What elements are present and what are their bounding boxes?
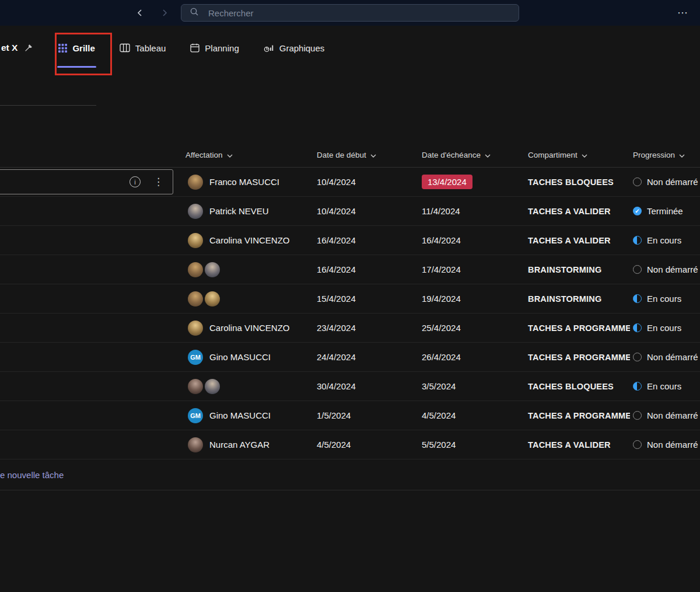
table-row[interactable]: Nurcan AYGAR 4/5/2024 5/5/2024 TACHES A … — [0, 430, 700, 459]
due-date-cell[interactable]: 5/5/2024 — [420, 430, 527, 459]
due-date-cell[interactable]: 3/5/2024 — [420, 372, 527, 401]
column-header-date-debut[interactable]: Date de début — [315, 143, 420, 167]
tab-grille[interactable]: Grille — [57, 26, 96, 70]
start-date-cell[interactable]: 23/4/2024 — [315, 314, 420, 342]
chevron-down-icon — [370, 151, 376, 159]
bucket-cell[interactable]: TACHES BLOQUEES — [527, 372, 630, 401]
assignee-name: Franco MASUCCI — [209, 177, 279, 187]
forward-button[interactable] — [156, 5, 173, 21]
bucket-cell[interactable]: TACHES A VALIDER — [527, 430, 630, 459]
task-title-cell[interactable] — [0, 430, 173, 459]
table-row[interactable]: Patrick NEVEU 10/4/2024 11/4/2024 TACHES… — [0, 197, 700, 226]
start-date: 10/4/2024 — [317, 177, 356, 187]
table-row[interactable]: 15/4/2024 19/4/2024 BRAINSTORMING En cou… — [0, 284, 700, 314]
assignment-cell[interactable]: Carolina VINCENZO — [173, 314, 315, 342]
progress-cell[interactable]: Non démarré — [630, 430, 700, 459]
start-date-cell[interactable]: 10/4/2024 — [315, 197, 420, 225]
bucket-cell[interactable]: TACHES A PROGRAMMER — [527, 401, 630, 430]
due-date-cell[interactable]: 11/4/2024 — [420, 197, 527, 225]
task-title-cell[interactable] — [0, 372, 173, 401]
tab-label: Planning — [205, 43, 239, 53]
table-row[interactable]: Carolina VINCENZO 23/4/2024 25/4/2024 TA… — [0, 314, 700, 343]
start-date-cell[interactable]: 16/4/2024 — [315, 255, 420, 284]
add-task-row[interactable]: e nouvelle tâche — [0, 459, 700, 490]
progress-cell[interactable]: En cours — [630, 372, 700, 401]
tab-tableau[interactable]: Tableau — [118, 26, 167, 70]
bucket-cell[interactable]: TACHES BLOQUEES — [527, 168, 630, 196]
progress-cell[interactable]: En cours — [630, 226, 700, 255]
bucket-cell[interactable]: BRAINSTORMING — [527, 284, 630, 313]
info-icon[interactable] — [130, 176, 141, 187]
due-date-cell[interactable]: 19/4/2024 — [420, 284, 527, 313]
due-date-cell[interactable]: 26/4/2024 — [420, 343, 527, 371]
tab-planning[interactable]: Planning — [189, 26, 240, 70]
assignment-cell[interactable]: Franco MASUCCI — [173, 168, 315, 196]
column-label: Compartiment — [528, 151, 578, 159]
start-date-cell[interactable]: 4/5/2024 — [315, 430, 420, 459]
assignment-cell[interactable] — [173, 255, 315, 284]
back-button[interactable] — [132, 5, 148, 21]
start-date-cell[interactable]: 10/4/2024 — [315, 168, 420, 196]
assignment-cell[interactable]: Nurcan AYGAR — [173, 430, 315, 459]
column-header-date-echeance[interactable]: Date d'échéance — [420, 143, 527, 167]
table-row[interactable]: 16/4/2024 17/4/2024 BRAINSTORMING Non dé… — [0, 255, 700, 284]
task-title-cell[interactable] — [0, 314, 173, 342]
due-date-cell[interactable]: 4/5/2024 — [420, 401, 527, 430]
task-title-cell[interactable] — [0, 343, 173, 371]
task-title-cell[interactable] — [0, 197, 173, 225]
search-input[interactable]: Rechercher — [181, 4, 519, 22]
table-row[interactable]: 30/4/2024 3/5/2024 TACHES BLOQUEES En co… — [0, 372, 700, 401]
due-date: 5/5/2024 — [422, 440, 456, 450]
due-date: 13/4/2024 — [422, 175, 473, 189]
table-row[interactable]: Franco MASUCCI 10/4/2024 13/4/2024 TACHE… — [0, 168, 700, 197]
progress-cell[interactable]: Terminée — [630, 197, 700, 225]
assignment-cell[interactable] — [173, 372, 315, 401]
start-date-cell[interactable]: 24/4/2024 — [315, 343, 420, 371]
bucket-cell[interactable]: BRAINSTORMING — [527, 255, 630, 284]
task-title-cell[interactable] — [0, 401, 173, 430]
start-date: 16/4/2024 — [317, 235, 356, 245]
progress-cell[interactable]: Non démarré — [630, 343, 700, 371]
column-header-progression[interactable]: Progression — [630, 143, 700, 167]
due-date-cell[interactable]: 25/4/2024 — [420, 314, 527, 342]
assignment-cell[interactable]: GM Gino MASUCCI — [173, 401, 315, 430]
chevron-left-icon — [135, 8, 145, 18]
task-title-cell[interactable] — [0, 255, 173, 284]
start-date-cell[interactable]: 1/5/2024 — [315, 401, 420, 430]
progress-cell[interactable]: Non démarré — [630, 255, 700, 284]
assignment-cell[interactable]: Carolina VINCENZO — [173, 226, 315, 255]
bucket-cell[interactable]: TACHES A VALIDER — [527, 226, 630, 255]
start-date-cell[interactable]: 15/4/2024 — [315, 284, 420, 313]
bucket-cell[interactable]: TACHES A VALIDER — [527, 197, 630, 225]
due-date-cell[interactable]: 17/4/2024 — [420, 255, 527, 284]
assignee-avatars — [188, 262, 220, 277]
more-options-button[interactable]: ⋯ — [677, 6, 688, 19]
task-title-cell[interactable] — [0, 284, 173, 313]
task-title-cell[interactable] — [0, 226, 173, 255]
start-date-cell[interactable]: 16/4/2024 — [315, 226, 420, 255]
due-date-cell[interactable]: 13/4/2024 — [420, 168, 527, 196]
tab-graphiques[interactable]: Graphiques — [262, 26, 326, 70]
due-date: 17/4/2024 — [422, 264, 461, 274]
column-header-compartiment[interactable]: Compartiment — [527, 143, 630, 167]
progress-cell[interactable]: En cours — [630, 314, 700, 342]
start-date-cell[interactable]: 30/4/2024 — [315, 372, 420, 401]
assignment-cell[interactable] — [173, 284, 315, 313]
calendar-icon — [190, 43, 200, 53]
due-date-cell[interactable]: 16/4/2024 — [420, 226, 527, 255]
task-title-column-spacer — [0, 143, 173, 167]
progress-cell[interactable]: Non démarré — [630, 401, 700, 430]
table-row[interactable]: Carolina VINCENZO 16/4/2024 16/4/2024 TA… — [0, 226, 700, 255]
progress-cell[interactable]: Non démarré — [630, 168, 700, 196]
assignment-cell[interactable]: GM Gino MASUCCI — [173, 343, 315, 371]
bucket-cell[interactable]: TACHES A PROGRAMMER — [527, 343, 630, 371]
task-name-editor[interactable] — [0, 169, 173, 194]
table-row[interactable]: GM Gino MASUCCI 1/5/2024 4/5/2024 TACHES… — [0, 401, 700, 430]
progress-cell[interactable]: En cours — [630, 284, 700, 313]
table-row[interactable]: GM Gino MASUCCI 24/4/2024 26/4/2024 TACH… — [0, 343, 700, 372]
assignment-cell[interactable]: Patrick NEVEU — [173, 197, 315, 225]
bucket-cell[interactable]: TACHES A PROGRAMMER — [527, 314, 630, 342]
column-header-affectation[interactable]: Affectation — [173, 143, 315, 167]
kebab-menu-icon[interactable] — [153, 177, 163, 187]
task-title-cell[interactable] — [0, 168, 173, 196]
